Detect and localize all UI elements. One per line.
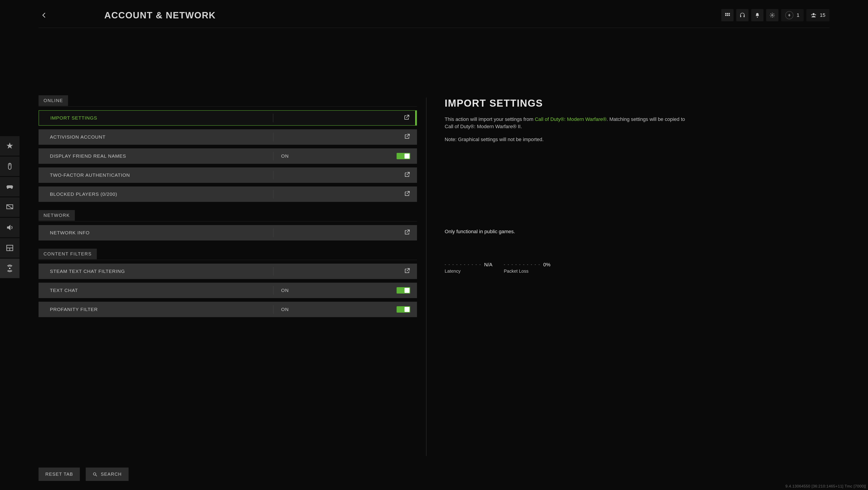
external-link-icon (404, 172, 410, 179)
external-link-icon (404, 229, 410, 236)
rank-number: 1 (797, 12, 799, 18)
interface-icon (6, 244, 14, 252)
row-value (274, 229, 417, 236)
star-icon (6, 142, 14, 150)
row-two-factor[interactable]: TWO-FACTOR AUTHENTICATION (38, 167, 417, 183)
header-left: ACCOUNT & NETWORK (38, 9, 216, 21)
row-label: PROFANITY FILTER (38, 307, 273, 312)
svg-point-12 (815, 14, 816, 16)
rail-quick[interactable] (0, 136, 20, 156)
grid-button[interactable] (721, 9, 734, 21)
latency-value: N/A (484, 262, 493, 268)
headset-button[interactable] (736, 9, 748, 21)
row-label: IMPORT SETTINGS (39, 115, 273, 121)
svg-rect-4 (727, 15, 728, 16)
detail-functional-note: Only functional in public games. (445, 229, 830, 235)
settings-button[interactable] (766, 9, 778, 21)
search-button[interactable]: SEARCH (86, 467, 128, 481)
speaker-icon (6, 223, 14, 232)
notifications-button[interactable] (751, 9, 764, 21)
row-label: BLOCKED PLAYERS (0/200) (38, 191, 273, 197)
page-title: ACCOUNT & NETWORK (104, 10, 216, 21)
network-stats: - - - - - - - - - - N/A Latency - - - - … (445, 262, 830, 274)
row-text-chat[interactable]: TEXT CHAT ON (38, 283, 417, 298)
stat-packet-loss: - - - - - - - - - - 0% Packet Loss (504, 262, 551, 274)
svg-rect-0 (725, 13, 726, 14)
controller-icon (6, 183, 14, 191)
rank-icon (785, 11, 794, 19)
row-value (274, 268, 417, 275)
headset-icon (739, 12, 745, 18)
svg-line-16 (7, 205, 13, 209)
row-steam-chat-filter[interactable]: STEAM TEXT CHAT FILTERING (38, 264, 417, 279)
rail-mouse[interactable] (0, 156, 20, 176)
party-badge[interactable]: 15 (806, 9, 830, 21)
footer-actions: RESET TAB SEARCH (38, 467, 129, 481)
svg-rect-3 (725, 15, 726, 16)
detail-note: Note: Graphical settings will not be imp… (445, 136, 830, 143)
svg-rect-6 (740, 16, 741, 17)
rail-audio[interactable] (0, 218, 20, 237)
row-label: DISPLAY FRIEND REAL NAMES (38, 153, 273, 159)
monitor-icon (6, 203, 14, 211)
row-label: TWO-FACTOR AUTHENTICATION (38, 173, 273, 178)
toggle-on[interactable] (397, 287, 410, 294)
svg-point-21 (93, 472, 96, 475)
svg-line-22 (96, 475, 97, 476)
reset-tab-button[interactable]: RESET TAB (38, 467, 80, 481)
rail-account-network[interactable] (0, 258, 20, 278)
value-text: ON (281, 307, 289, 312)
row-value (274, 133, 417, 141)
packet-loss-label: Packet Loss (504, 269, 551, 274)
latency-label: Latency (445, 269, 493, 274)
header-right: 1 15 (721, 9, 830, 21)
back-button[interactable] (38, 9, 50, 21)
row-display-friend-names[interactable]: DISPLAY FRIEND REAL NAMES ON (38, 148, 417, 164)
svg-rect-2 (729, 13, 730, 14)
party-icon (810, 12, 817, 19)
desc-game-highlight: Call of Duty®: Modern Warfare® (535, 116, 606, 122)
row-blocked-players[interactable]: BLOCKED PLAYERS (0/200) (38, 186, 417, 202)
external-link-icon (404, 268, 410, 275)
svg-rect-1 (727, 13, 728, 14)
chevron-left-icon (41, 12, 48, 19)
value-text: ON (281, 288, 289, 293)
svg-point-9 (772, 14, 773, 16)
settings-rail (0, 136, 20, 279)
row-label: STEAM TEXT CHAT FILTERING (38, 269, 273, 274)
detail-title: IMPORT SETTINGS (445, 97, 830, 109)
toggle-on[interactable] (397, 153, 410, 159)
value-text: ON (281, 153, 289, 159)
svg-point-10 (812, 13, 814, 15)
build-string: 9.4.13064550 [36:210:1465+11] Tmc [7000]… (785, 484, 866, 489)
rail-graphics[interactable] (0, 197, 20, 217)
rail-interface[interactable] (0, 238, 20, 258)
gear-icon (769, 12, 775, 18)
section-rule (38, 221, 417, 221)
antenna-icon (6, 264, 14, 272)
external-link-icon (404, 190, 410, 198)
rank-badge[interactable]: 1 (781, 9, 803, 21)
row-value: ON (274, 306, 417, 313)
bell-icon (754, 12, 760, 18)
svg-rect-5 (729, 15, 730, 16)
row-value (274, 172, 417, 179)
row-activision-account[interactable]: ACTIVISION ACCOUNT (38, 129, 417, 145)
row-value: ON (274, 153, 417, 159)
stat-latency: - - - - - - - - - - N/A Latency (445, 262, 493, 274)
row-label: NETWORK INFO (38, 230, 273, 236)
rail-controller[interactable] (0, 177, 20, 196)
row-import-settings[interactable]: IMPORT SETTINGS (38, 110, 417, 126)
svg-rect-7 (744, 16, 745, 17)
stat-dashes: - - - - - - - - - - (445, 262, 482, 267)
section-content-filters: CONTENT FILTERS (38, 249, 97, 259)
row-network-info[interactable]: NETWORK INFO (38, 225, 417, 241)
content-area: ONLINE IMPORT SETTINGS ACTIVISION ACCOUN… (38, 38, 830, 465)
header-bar: ACCOUNT & NETWORK 1 15 (38, 9, 830, 28)
row-profanity-filter[interactable]: PROFANITY FILTER ON (38, 302, 417, 317)
toggle-on[interactable] (397, 306, 410, 313)
svg-point-20 (9, 268, 10, 269)
row-value: ON (274, 287, 417, 294)
search-label: SEARCH (101, 471, 122, 477)
stat-dashes: - - - - - - - - - - (504, 262, 540, 267)
